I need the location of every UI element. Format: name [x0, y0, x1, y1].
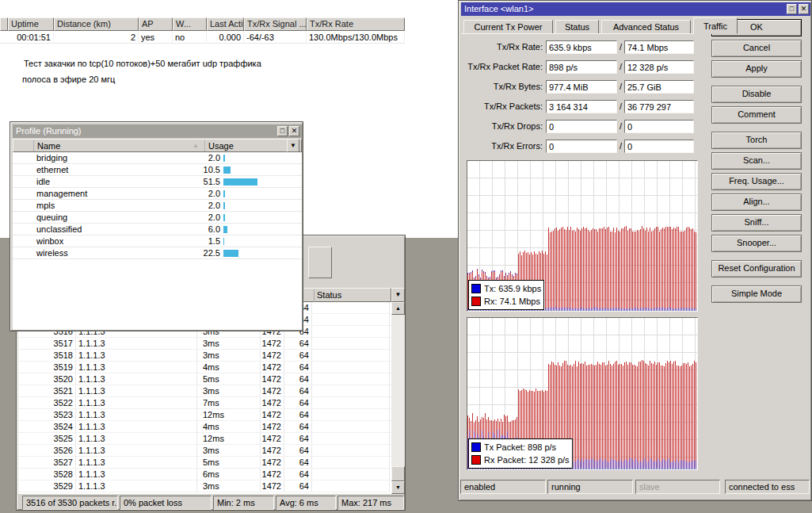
ping-scrollbar[interactable]: ▲ ▼: [391, 302, 405, 494]
ping-row[interactable]: 35251.1.1.312ms147264: [18, 433, 391, 445]
column-header[interactable]: Tx/Rx Signal ...: [244, 17, 307, 31]
profile-row[interactable]: ethernet10.5: [13, 164, 302, 176]
ping-size: 1472: [261, 480, 284, 492]
ping-row[interactable]: 35241.1.1.34ms147264: [18, 421, 391, 433]
profile-row[interactable]: bridging2.0: [13, 152, 302, 164]
ping-ttl: 64: [284, 480, 312, 492]
rx-bar: [664, 228, 665, 311]
profile-titlebar[interactable]: Profile (Running) □ ✕: [13, 124, 302, 138]
tab-advanced-status[interactable]: Advanced Status: [601, 20, 691, 34]
ping-host: 1.1.1.3: [76, 457, 197, 468]
status-column-header[interactable]: Status: [317, 290, 341, 300]
tx-value-field[interactable]: 977.4 MiB: [546, 80, 617, 94]
registration-table-row[interactable]: 00:01:512yesno0.000-64/-63130.0Mbps/130.…: [0, 31, 405, 44]
ping-toolbar-control[interactable]: [308, 247, 332, 278]
tx-value-field[interactable]: 0: [546, 120, 617, 133]
ping-ttl: 64: [284, 350, 312, 361]
profile-filter-dropdown[interactable]: ▼: [287, 139, 299, 152]
maximize-button[interactable]: □: [787, 4, 797, 14]
ping-row[interactable]: 35201.1.1.35ms147264: [18, 373, 391, 385]
sniff--button[interactable]: Sniff...: [711, 214, 802, 232]
tx-value-field[interactable]: 3 164 314: [546, 100, 617, 113]
maximize-button[interactable]: □: [277, 126, 288, 136]
apply-button[interactable]: Apply: [711, 60, 802, 78]
rx-value-field[interactable]: 0: [624, 140, 694, 153]
column-header[interactable]: [0, 17, 8, 31]
rx-bar: [658, 362, 658, 469]
field-label: Tx/Rx Errors:: [459, 141, 543, 151]
tab-status[interactable]: Status: [555, 20, 599, 34]
scrollbar-thumb[interactable]: [391, 466, 405, 481]
rx-value-field[interactable]: 36 779 297: [624, 100, 694, 113]
ping-status-segment: 3516 of 3530 packets r...: [22, 496, 118, 510]
cancel-button[interactable]: Cancel: [711, 40, 802, 57]
ping-row[interactable]: 35261.1.1.33ms147264: [18, 445, 391, 457]
tab-current-tx-power[interactable]: Current Tx Power: [463, 20, 553, 34]
align--button[interactable]: Align...: [711, 193, 802, 211]
interface-titlebar[interactable]: Interface <wlan1> □ ✕: [461, 2, 810, 16]
rx-bar: [681, 366, 682, 469]
column-header[interactable]: Uptime: [8, 17, 54, 31]
usage-column-header[interactable]: Usage: [208, 141, 234, 151]
profile-name: wireless: [36, 248, 68, 258]
rx-value-field[interactable]: 12 328 p/s: [624, 60, 694, 74]
ping-time: 4ms: [197, 421, 261, 432]
ping-row[interactable]: 35221.1.1.37ms147264: [18, 397, 391, 409]
torch-button[interactable]: Torch: [711, 132, 802, 149]
profile-row[interactable]: wireless22.5: [13, 247, 302, 259]
comment-button[interactable]: Comment: [711, 106, 802, 124]
tx-cap: [478, 274, 479, 276]
disable-button[interactable]: Disable: [711, 86, 802, 103]
tx-value-field[interactable]: 635.9 kbps: [546, 40, 617, 54]
freq-usage--button[interactable]: Freq. Usage...: [711, 173, 802, 190]
column-header[interactable]: Last Activit...: [207, 17, 244, 31]
profile-row[interactable]: winbox1.5: [13, 235, 302, 247]
legend-series-value: 12 328 p/s: [528, 455, 569, 465]
column-header[interactable]: AP: [139, 17, 173, 31]
column-header[interactable]: Tx/Rx Rate: [307, 17, 405, 31]
simple-mode-button[interactable]: Simple Mode: [711, 285, 802, 303]
name-column-header[interactable]: Name: [37, 141, 60, 151]
profile-row[interactable]: management2.0: [13, 188, 302, 200]
tab-traffic[interactable]: Traffic: [693, 17, 738, 34]
reset-configuration-button[interactable]: Reset Configuration: [711, 260, 802, 278]
ping-row[interactable]: 35271.1.1.35ms147264: [18, 457, 391, 469]
ping-row[interactable]: 35181.1.1.33ms147264: [18, 350, 391, 362]
profile-row[interactable]: mpls2.0: [13, 200, 302, 212]
close-icon: ✕: [801, 5, 807, 13]
profile-row[interactable]: idle51.5: [13, 176, 302, 188]
rx-bar: [662, 366, 663, 469]
ping-filter-dropdown[interactable]: ▼: [391, 288, 405, 302]
tx-value-field[interactable]: 898 p/s: [546, 60, 617, 74]
ping-row[interactable]: 35291.1.1.33ms147264: [18, 480, 391, 492]
tx-cap: [467, 273, 468, 274]
tx-cap: [497, 277, 498, 278]
rx-value-field[interactable]: 25.7 GiB: [624, 80, 694, 94]
ping-row[interactable]: 35211.1.1.33ms147264: [18, 385, 391, 397]
close-icon: ✕: [292, 127, 298, 135]
close-button[interactable]: ✕: [799, 4, 809, 14]
ping-row[interactable]: 35231.1.1.312ms147264: [18, 409, 391, 421]
tx-value-field[interactable]: 0: [546, 140, 617, 153]
rx-bar: [686, 228, 687, 311]
profile-row[interactable]: unclassified6.0: [13, 224, 302, 235]
column-header[interactable]: Distance (km): [54, 17, 139, 31]
chevron-down-icon: ▼: [395, 291, 402, 298]
snooper--button[interactable]: Snooper...: [711, 235, 802, 252]
ping-row[interactable]: 35171.1.1.33ms147264: [18, 338, 391, 350]
scan--button[interactable]: Scan...: [711, 152, 802, 170]
close-button[interactable]: ✕: [289, 126, 299, 136]
ping-row[interactable]: 35281.1.1.36ms147264: [18, 469, 391, 480]
ping-row[interactable]: 35191.1.1.34ms147264: [18, 362, 391, 373]
tx-rx-separator: /: [619, 141, 622, 151]
profile-row[interactable]: queuing2.0: [13, 212, 302, 224]
rx-bar: [586, 366, 587, 469]
ping-seq: 3528: [18, 469, 76, 480]
rx-value-field[interactable]: 0: [624, 120, 694, 133]
scroll-up-button[interactable]: ▲: [391, 302, 405, 315]
scroll-down-button[interactable]: ▼: [391, 481, 405, 494]
rx-value-field[interactable]: 74.1 Mbps: [624, 40, 694, 54]
ping-host: 1.1.1.3: [76, 350, 197, 361]
column-header[interactable]: W...: [173, 17, 207, 31]
rx-bar: [667, 227, 668, 311]
